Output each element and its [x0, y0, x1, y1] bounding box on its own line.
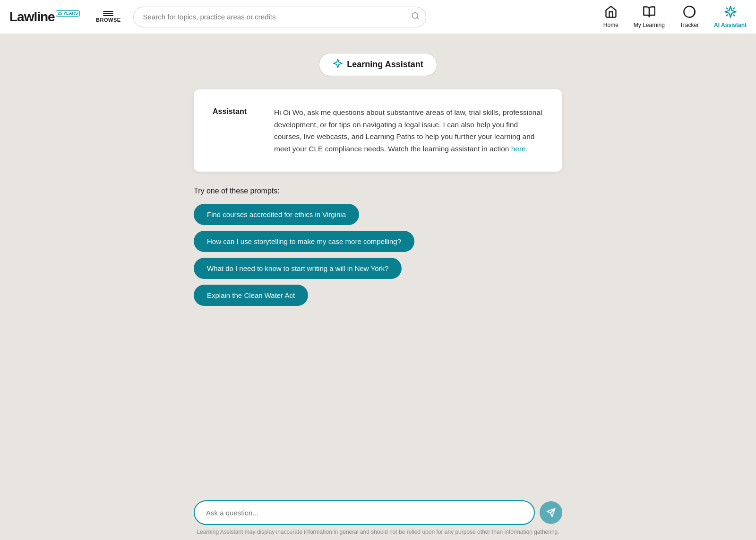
prompt-ethics-virginia[interactable]: Find courses accredited for ethics in Vi…	[194, 204, 359, 225]
badge-label: Learning Assistant	[347, 60, 423, 70]
prompts-list: Find courses accredited for ethics in Vi…	[194, 204, 562, 306]
logo-badge: 25 YEARS	[56, 10, 80, 17]
prompts-title: Try one of these prompts:	[194, 187, 562, 195]
assistant-message-text: Hi Oi Wo, ask me questions about substan…	[274, 108, 542, 153]
sparkle-icon	[333, 58, 343, 71]
nav-my-learning-label: My Learning	[634, 22, 665, 28]
nav-ai-assistant[interactable]: AI Assistant	[714, 5, 747, 28]
nav-ai-assistant-label: AI Assistant	[714, 22, 747, 28]
nav-tracker[interactable]: Tracker	[680, 5, 699, 28]
main-content: Learning Assistant Assistant Hi Oi Wo, a…	[184, 34, 572, 363]
search-icon	[411, 11, 420, 20]
hamburger-line-1	[103, 11, 113, 12]
prompt-will-new-york[interactable]: What do I need to know to start writing …	[194, 258, 402, 279]
nav-home-label: Home	[603, 22, 619, 28]
nav-icons: Home My Learning Tracker	[603, 5, 747, 28]
prompt-clean-water-act[interactable]: Explain the Clean Water Act	[194, 285, 308, 306]
prompt-storytelling[interactable]: How can I use storytelling to make my ca…	[194, 231, 414, 252]
ai-assistant-icon	[724, 5, 737, 20]
assistant-label: Assistant	[213, 106, 255, 116]
nav-home[interactable]: Home	[603, 5, 619, 28]
search-button[interactable]	[411, 11, 420, 22]
assistant-link[interactable]: here.	[511, 145, 528, 153]
nav-my-learning[interactable]: My Learning	[634, 5, 665, 28]
hamburger-line-2	[103, 13, 113, 14]
browse-button[interactable]: BROWSE	[91, 8, 126, 26]
prompts-section: Try one of these prompts: Find courses a…	[194, 187, 562, 306]
logo-text: Lawline	[9, 9, 55, 25]
learning-assistant-badge: Learning Assistant	[319, 53, 437, 76]
search-input[interactable]	[133, 7, 426, 27]
assistant-card: Assistant Hi Oi Wo, ask me questions abo…	[194, 89, 562, 172]
svg-line-1	[417, 17, 418, 18]
book-icon	[643, 5, 656, 20]
home-icon	[604, 5, 618, 20]
ask-input[interactable]	[194, 500, 535, 525]
bottom-input-area: Learning Assistant may display inaccurat…	[0, 492, 756, 540]
hamburger-line-3	[103, 15, 113, 17]
input-row	[194, 500, 562, 525]
browse-label: BROWSE	[96, 17, 121, 23]
tracker-icon	[683, 5, 696, 20]
search-bar	[133, 7, 426, 27]
nav-tracker-label: Tracker	[680, 22, 699, 28]
assistant-message: Hi Oi Wo, ask me questions about substan…	[274, 106, 543, 155]
disclaimer-text: Learning Assistant may display inaccurat…	[197, 529, 559, 535]
send-button[interactable]	[540, 501, 562, 524]
navbar: Lawline 25 YEARS BROWSE Home	[0, 0, 756, 34]
logo[interactable]: Lawline 25 YEARS	[9, 9, 80, 25]
send-icon	[546, 508, 556, 517]
